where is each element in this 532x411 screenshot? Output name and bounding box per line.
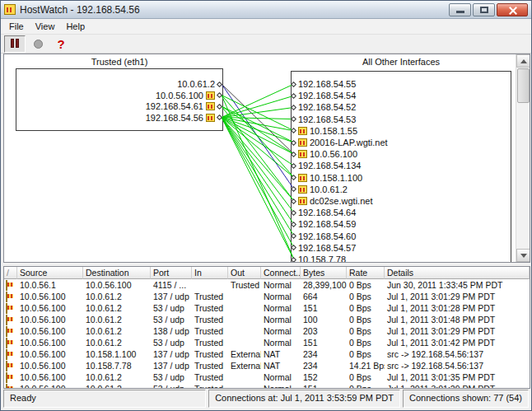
minimize-button[interactable] — [449, 3, 471, 16]
cell-details: Jul 1, 2011 3:01:29 PM PDT — [385, 291, 530, 302]
cell-destination: 10.0.61.2 — [83, 337, 151, 348]
cell-bytes: 151 — [301, 302, 347, 314]
table-row[interactable]: 10.0.56.10010.158.1.100137 / udpTrustedE… — [4, 348, 530, 360]
cell-destination: 10.0.61.2 — [83, 383, 151, 388]
cell-details: Jul 1, 2011 3:01:28 PM PDT — [385, 302, 530, 314]
column-header-icon[interactable]: / — [4, 267, 17, 279]
cell-out — [228, 302, 261, 314]
cell-destination: 10.0.61.2 — [83, 325, 151, 337]
node-diamond-icon — [291, 105, 296, 110]
menu-help[interactable]: Help — [60, 20, 91, 33]
table-row[interactable]: 10.0.56.110.0.56.1004115 / ...TrustedNor… — [4, 279, 530, 291]
host-20016-LAP.wgti.net[interactable]: 20016-LAP.wgti.net — [292, 137, 512, 148]
host-192.168.54.59[interactable]: 192.168.54.59 — [292, 218, 512, 230]
host-label: 10.0.56.100 — [310, 149, 357, 159]
host-192.168.54.52[interactable]: 192.168.54.52 — [292, 101, 512, 113]
pause-button[interactable] — [4, 35, 26, 53]
firebox-icon — [6, 315, 7, 325]
row-icon-cell — [4, 291, 17, 302]
scroll-up-button[interactable] — [516, 54, 530, 68]
node-diamond-icon — [217, 114, 222, 120]
host-10.0.56.100[interactable]: 10.0.56.100 — [16, 90, 222, 101]
node-diamond-icon — [291, 152, 296, 157]
maximize-button[interactable] — [473, 3, 495, 16]
column-header-destination[interactable]: Destination — [83, 267, 151, 279]
host-10.0.56.100[interactable]: 10.0.56.100 — [292, 148, 512, 160]
cell-source: 10.0.56.100 — [17, 291, 83, 302]
column-header-out[interactable]: Out — [228, 267, 261, 279]
node-diamond-icon — [291, 128, 296, 133]
cell-details: Jul 1, 2011 3:01:35 PM PDT — [385, 371, 530, 383]
table-row[interactable]: 10.0.56.10010.0.61.253 / udpTrustedNorma… — [4, 314, 530, 325]
resume-button[interactable] — [27, 35, 49, 53]
host-192.168.54.134[interactable]: 192.168.54.134 — [292, 160, 512, 171]
cell-port: 138 / udp — [151, 325, 192, 337]
menu-view[interactable]: View — [30, 20, 61, 33]
cell-port: 53 / udp — [151, 302, 192, 314]
host-192.168.54.60[interactable]: 192.168.54.60 — [292, 231, 512, 242]
cell-conn: NAT — [261, 360, 301, 371]
cell-port: 137 / udp — [151, 360, 192, 371]
scroll-down-button[interactable] — [516, 249, 530, 262]
host-10.158.1.100[interactable]: 10.158.1.100 — [292, 172, 512, 184]
cell-destination: 10.0.56.100 — [83, 279, 151, 291]
cell-details: src -> 192.168.54.56:137 — [385, 348, 530, 360]
firebox-icon — [6, 280, 7, 291]
title-bar[interactable]: HostWatch - 192.168.54.56 — [1, 1, 531, 19]
table-row[interactable]: 10.0.56.10010.0.61.253 / udpTrustedNorma… — [4, 302, 530, 314]
scrollbar-thumb[interactable] — [517, 68, 530, 103]
help-button[interactable]: ? — [50, 35, 72, 53]
column-header-rate[interactable]: Rate — [347, 267, 385, 279]
row-icon-cell — [4, 279, 17, 291]
cell-in: Trusted — [192, 337, 228, 348]
close-button[interactable] — [497, 3, 528, 16]
firebox-icon — [298, 127, 307, 135]
cell-conn: Normal — [261, 371, 301, 383]
firebox-icon — [6, 303, 7, 314]
graph-scrollbar[interactable] — [516, 54, 530, 262]
cell-destination: 10.158.7.78 — [83, 360, 151, 371]
cell-out — [228, 371, 261, 383]
firebox-icon — [298, 138, 307, 147]
host-192.168.54.64[interactable]: 192.168.54.64 — [292, 207, 512, 218]
host-10.158.1.55[interactable]: 10.158.1.55 — [292, 125, 512, 137]
host-10.0.61.2[interactable]: 10.0.61.2 — [292, 184, 512, 195]
firebox-icon — [6, 292, 7, 302]
table-row[interactable]: 10.0.56.10010.0.61.2137 / udpTrustedNorm… — [4, 291, 530, 302]
column-header-in[interactable]: In — [192, 267, 228, 279]
menu-file[interactable]: File — [3, 20, 30, 33]
column-header-source[interactable]: Source — [17, 267, 83, 279]
cell-bytes: 100 — [301, 314, 347, 325]
host-192.168.54.56[interactable]: 192.168.54.56 — [16, 112, 222, 124]
cell-rate: 0 Bps — [347, 348, 385, 360]
host-192.168.54.54[interactable]: 192.168.54.54 — [292, 90, 512, 101]
column-header-bytes[interactable]: Bytes — [301, 267, 347, 279]
table-row[interactable]: 10.0.56.10010.0.61.253 / udpTrustedNorma… — [4, 371, 530, 383]
host-192.168.54.61[interactable]: 192.168.54.61 — [16, 100, 222, 112]
table-row[interactable]: 10.0.56.10010.158.7.78137 / udpTrustedEx… — [4, 360, 530, 371]
firebox-icon — [298, 197, 307, 205]
row-icon-cell — [4, 314, 17, 325]
column-header-port[interactable]: Port — [151, 267, 192, 279]
column-header-connect[interactable]: Connect... — [261, 267, 301, 279]
host-10.158.7.78[interactable]: 10.158.7.78 — [292, 254, 512, 262]
host-dc02se.wgti.net[interactable]: dc02se.wgti.net — [292, 195, 512, 207]
host-10.0.61.2[interactable]: 10.0.61.2 — [16, 78, 222, 90]
firebox-icon — [206, 114, 215, 122]
table-row[interactable]: 10.0.56.10010.0.61.2138 / udpTrustedNorm… — [4, 325, 530, 337]
table-row[interactable]: 10.0.56.10010.0.61.253 / udpTrustedNorma… — [4, 383, 530, 388]
host-label: 20016-LAP.wgti.net — [310, 138, 388, 147]
node-diamond-icon — [291, 139, 296, 145]
cell-out — [228, 383, 261, 388]
host-label: 192.168.54.54 — [298, 91, 356, 100]
cell-conn: Normal — [261, 314, 301, 325]
host-192.168.54.53[interactable]: 192.168.54.53 — [292, 114, 512, 125]
host-192.168.54.55[interactable]: 192.168.54.55 — [292, 78, 512, 90]
column-header-details[interactable]: Details — [385, 267, 530, 279]
table-row[interactable]: 10.0.56.10010.0.61.253 / udpTrustedNorma… — [4, 337, 530, 348]
host-label: 192.168.54.61 — [146, 101, 203, 111]
host-192.168.54.57[interactable]: 192.168.54.57 — [292, 242, 512, 254]
app-icon — [4, 4, 16, 15]
row-icon-cell — [4, 337, 17, 348]
cell-source: 10.0.56.100 — [17, 371, 83, 383]
